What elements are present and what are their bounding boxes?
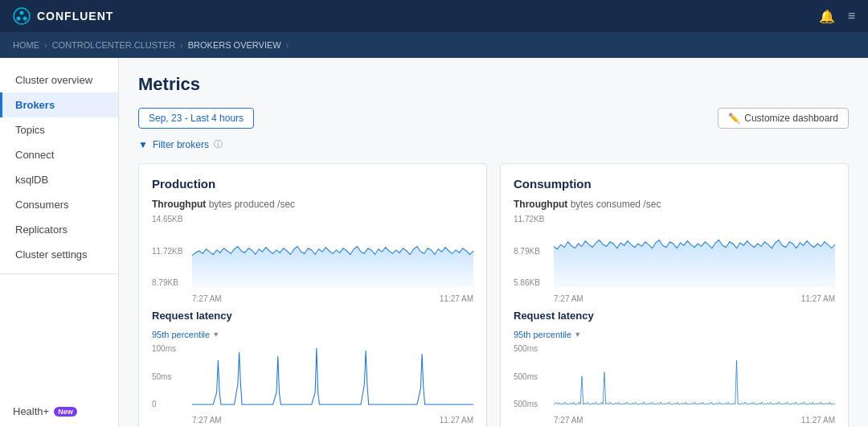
sidebar-item-brokers[interactable]: Brokers: [0, 92, 118, 117]
info-icon: ⓘ: [214, 138, 223, 150]
health-label: Health+: [13, 405, 49, 417]
production-throughput-chart: 14.65KB 11.72KB 8.79KB: [152, 215, 473, 303]
menu-icon[interactable]: ≡: [848, 9, 855, 23]
sidebar-item-consumers[interactable]: Consumers: [0, 192, 118, 217]
date-range-button[interactable]: Sep, 23 - Last 4 hours: [138, 108, 254, 129]
production-card: Production Throughput bytes produced /se…: [138, 163, 487, 427]
breadcrumb-home[interactable]: HOME: [13, 40, 39, 50]
svg-point-2: [17, 17, 21, 21]
consumption-y-labels: 11.72KB 8.79KB 5.86KB: [514, 215, 552, 287]
production-percentile-button[interactable]: 95th percentile ▼: [152, 330, 219, 339]
filter-label: Filter brokers: [153, 139, 209, 150]
breadcrumb-current: BROKERS OVERVIEW: [188, 40, 281, 50]
production-percentile-row: 95th percentile ▼: [152, 330, 473, 339]
sidebar: Cluster overview Brokers Topics Connect …: [0, 58, 119, 427]
svg-point-3: [23, 17, 27, 21]
confluent-logo-icon: [13, 7, 31, 25]
sidebar-item-ksqldb[interactable]: ksqlDB: [0, 167, 118, 192]
sidebar-item-topics[interactable]: Topics: [0, 117, 118, 142]
production-throughput-subtitle: Throughput bytes produced /sec: [152, 199, 473, 210]
sidebar-item-cluster-settings[interactable]: Cluster settings: [0, 242, 118, 267]
notification-icon[interactable]: 🔔: [819, 9, 835, 24]
consumption-latency-svg: [554, 344, 835, 409]
production-latency-title: Request latency: [152, 310, 473, 322]
consumption-percentile-row: 95th percentile ▼: [514, 330, 835, 339]
main-content: Metrics Sep, 23 - Last 4 hours ✏️ Custom…: [119, 58, 868, 427]
consumption-latency-x-labels: 7:27 AM 11:27 AM: [554, 416, 835, 425]
consumption-throughput-svg: [554, 215, 835, 287]
nav-right: 🔔 ≡: [819, 9, 855, 24]
chevron-filter-icon: ▼: [138, 139, 148, 150]
new-badge: New: [54, 407, 77, 417]
logo-area: CONFLUENT: [13, 7, 113, 25]
svg-point-1: [20, 11, 24, 15]
sidebar-item-cluster-overview[interactable]: Cluster overview: [0, 68, 118, 92]
app-layout: Cluster overview Brokers Topics Connect …: [0, 58, 868, 427]
production-title: Production: [152, 177, 473, 191]
chevron-down-icon: ▼: [212, 331, 219, 339]
consumption-latency-title: Request latency: [514, 310, 835, 322]
consumption-x-labels: 7:27 AM 11:27 AM: [554, 294, 835, 303]
edit-icon: ✏️: [728, 113, 740, 124]
filter-brokers-row[interactable]: ▼ Filter brokers ⓘ: [138, 138, 849, 150]
consumption-throughput-chart: 11.72KB 8.79KB 5.86KB: [514, 215, 835, 303]
customize-dashboard-button[interactable]: ✏️ Customize dashboard: [718, 108, 849, 129]
consumption-latency-y-labels: 500ms 500ms 500ms: [514, 344, 552, 409]
top-navigation: CONFLUENT 🔔 ≡: [0, 0, 868, 32]
sidebar-divider: [0, 273, 118, 274]
consumption-percentile-button[interactable]: 95th percentile ▼: [514, 330, 581, 339]
charts-grid: Production Throughput bytes produced /se…: [138, 163, 849, 427]
production-x-labels: 7:27 AM 11:27 AM: [192, 294, 473, 303]
sidebar-item-connect[interactable]: Connect: [0, 142, 118, 167]
chevron-down-icon: ▼: [574, 331, 581, 339]
svg-point-0: [14, 8, 30, 24]
production-throughput-svg: [192, 215, 473, 287]
breadcrumb: HOME › CONTROLCENTER.CLUSTER › BROKERS O…: [0, 32, 868, 58]
sidebar-item-replicators[interactable]: Replicators: [0, 217, 118, 242]
sidebar-item-health[interactable]: Health+ New: [0, 396, 118, 427]
production-latency-x-labels: 7:27 AM 11:27 AM: [192, 416, 473, 425]
logo-text: CONFLUENT: [37, 10, 113, 23]
production-latency-svg: [192, 344, 473, 409]
production-latency-y-labels: 100ms 50ms 0: [152, 344, 190, 409]
consumption-latency-chart: 500ms 500ms 500ms 7:27 AM 11:27 AM: [514, 344, 835, 425]
consumption-card: Consumption Throughput bytes consumed /s…: [500, 163, 849, 427]
toolbar: Sep, 23 - Last 4 hours ✏️ Customize dash…: [138, 108, 849, 129]
breadcrumb-cluster[interactable]: CONTROLCENTER.CLUSTER: [52, 40, 175, 50]
page-title: Metrics: [138, 74, 849, 95]
consumption-throughput-subtitle: Throughput bytes consumed /sec: [514, 199, 835, 210]
production-y-labels: 14.65KB 11.72KB 8.79KB: [152, 215, 190, 287]
production-latency-chart: 100ms 50ms 0 7:27 AM 11:27 AM: [152, 344, 473, 425]
consumption-title: Consumption: [514, 177, 835, 191]
